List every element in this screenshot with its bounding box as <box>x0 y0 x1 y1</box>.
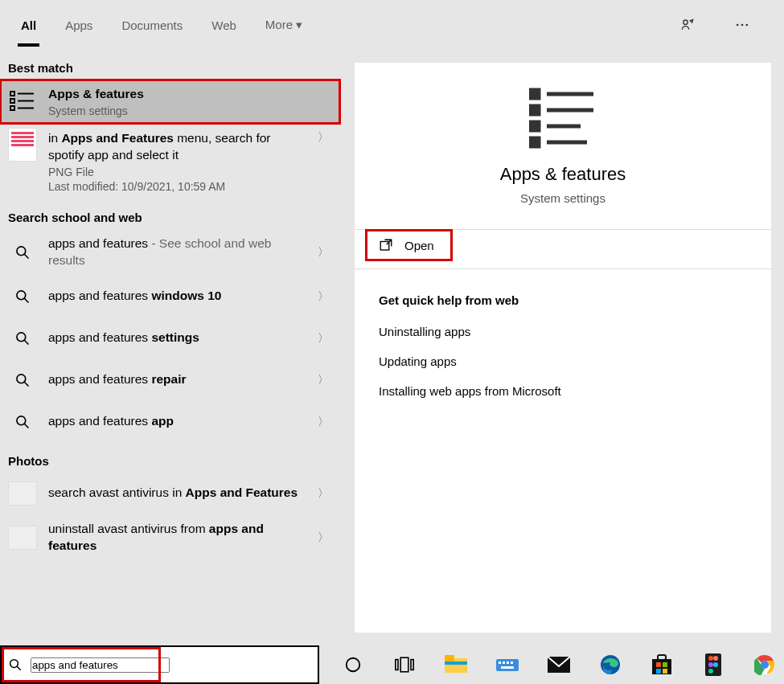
svg-point-31 <box>347 658 360 672</box>
help-section-title: Get quick help from web <box>355 269 771 317</box>
preview-pane: Apps & features System settings Open Get… <box>342 50 784 645</box>
web-result-4[interactable]: apps and features app 〉 <box>0 401 340 443</box>
svg-rect-43 <box>501 666 514 669</box>
tab-apps[interactable]: Apps <box>62 4 96 47</box>
svg-rect-42 <box>511 661 513 664</box>
chevron-right-icon: 〉 <box>314 373 332 387</box>
open-label: Open <box>404 239 434 252</box>
svg-rect-50 <box>656 669 661 674</box>
svg-point-54 <box>713 656 718 661</box>
tab-more[interactable]: More ▾ <box>262 3 306 47</box>
svg-rect-24 <box>531 122 539 130</box>
svg-rect-32 <box>396 660 398 670</box>
web-result-2[interactable]: apps and features settings 〉 <box>0 317 340 359</box>
svg-line-13 <box>25 298 29 302</box>
file-explorer-icon[interactable] <box>437 645 475 684</box>
svg-line-11 <box>25 254 29 258</box>
section-photos: Photos <box>0 443 340 473</box>
photo-result-1[interactable]: uninstall avast antivirus from apps and … <box>0 514 340 561</box>
result-png-file[interactable]: in Apps and Features menu, search for sp… <box>0 124 340 199</box>
chevron-right-icon: 〉 <box>314 289 332 304</box>
search-box[interactable] <box>0 645 319 684</box>
microsoft-store-icon[interactable] <box>642 645 681 684</box>
open-icon <box>379 238 393 252</box>
help-link-1[interactable]: Updating apps <box>355 346 771 376</box>
search-icon <box>8 238 37 267</box>
svg-rect-8 <box>10 106 14 110</box>
svg-rect-47 <box>658 655 666 660</box>
search-icon <box>8 657 23 672</box>
keyboard-icon[interactable] <box>488 645 527 684</box>
search-icon <box>8 324 37 353</box>
chevron-right-icon: 〉 <box>314 130 332 145</box>
preview-subtitle: System settings <box>355 191 771 205</box>
svg-point-1 <box>737 24 739 27</box>
svg-rect-4 <box>10 92 14 96</box>
chrome-icon[interactable] <box>745 645 784 684</box>
svg-point-12 <box>17 291 26 300</box>
svg-rect-37 <box>445 661 467 665</box>
filter-tab-bar: All Apps Documents Web More ▾ <box>0 0 784 50</box>
svg-rect-40 <box>503 661 505 664</box>
photo-thumbnail-icon <box>8 479 37 508</box>
svg-rect-33 <box>400 657 408 672</box>
svg-rect-36 <box>445 655 454 661</box>
taskbar <box>0 645 784 684</box>
svg-rect-22 <box>531 106 539 114</box>
best-match-title: Apps & features <box>48 87 144 100</box>
result-best-match-apps-features[interactable]: Apps & features System settings <box>0 80 340 124</box>
svg-line-17 <box>25 382 29 386</box>
tab-documents[interactable]: Documents <box>118 4 186 47</box>
svg-rect-26 <box>531 138 539 146</box>
feedback-icon[interactable] <box>679 17 712 33</box>
photo-thumbnail-icon <box>8 523 37 552</box>
svg-rect-20 <box>531 90 539 98</box>
edge-icon[interactable] <box>591 645 630 684</box>
svg-point-55 <box>708 662 713 667</box>
web-result-3[interactable]: apps and features repair 〉 <box>0 359 340 401</box>
svg-point-18 <box>17 416 26 425</box>
svg-rect-34 <box>411 660 413 670</box>
svg-point-53 <box>708 656 713 661</box>
tab-web[interactable]: Web <box>208 4 240 47</box>
search-icon <box>8 408 37 436</box>
photo-result-0[interactable]: search avast antivirus in Apps and Featu… <box>0 473 340 514</box>
help-link-2[interactable]: Installing web apps from Microsoft <box>355 376 771 406</box>
svg-point-57 <box>708 669 713 674</box>
svg-rect-49 <box>663 662 667 667</box>
png-thumbnail-icon <box>8 130 37 159</box>
search-icon <box>8 282 37 311</box>
svg-point-2 <box>741 24 744 27</box>
svg-point-3 <box>746 24 749 27</box>
svg-point-14 <box>17 333 26 342</box>
section-search-web: Search school and web <box>0 199 340 229</box>
more-options-icon[interactable] <box>734 17 766 33</box>
section-best-match: Best match <box>0 50 340 80</box>
svg-point-29 <box>10 660 18 668</box>
help-link-0[interactable]: Uninstalling apps <box>355 317 771 346</box>
svg-line-19 <box>25 424 29 428</box>
chevron-right-icon: 〉 <box>314 415 332 429</box>
web-result-1[interactable]: apps and features windows 10 〉 <box>0 276 340 317</box>
chevron-right-icon: 〉 <box>314 331 332 346</box>
open-button[interactable]: Open <box>366 230 452 260</box>
svg-rect-38 <box>496 659 519 671</box>
search-icon <box>8 366 37 395</box>
figma-icon[interactable] <box>694 645 733 684</box>
svg-line-15 <box>25 340 29 344</box>
tab-all[interactable]: All <box>18 4 39 47</box>
chevron-right-icon: 〉 <box>314 486 332 501</box>
cortana-icon[interactable] <box>334 645 372 684</box>
apps-features-large-icon <box>529 87 597 149</box>
apps-features-list-icon <box>8 87 37 116</box>
svg-point-10 <box>17 247 26 256</box>
preview-title: Apps & features <box>355 164 771 185</box>
mail-icon[interactable] <box>540 645 578 684</box>
task-view-icon[interactable] <box>385 645 424 684</box>
web-result-0[interactable]: apps and features - See school and web r… <box>0 229 340 276</box>
svg-line-30 <box>17 666 21 670</box>
svg-rect-6 <box>10 99 14 103</box>
svg-rect-51 <box>663 669 667 674</box>
svg-rect-46 <box>652 659 671 674</box>
search-input[interactable] <box>31 657 170 673</box>
